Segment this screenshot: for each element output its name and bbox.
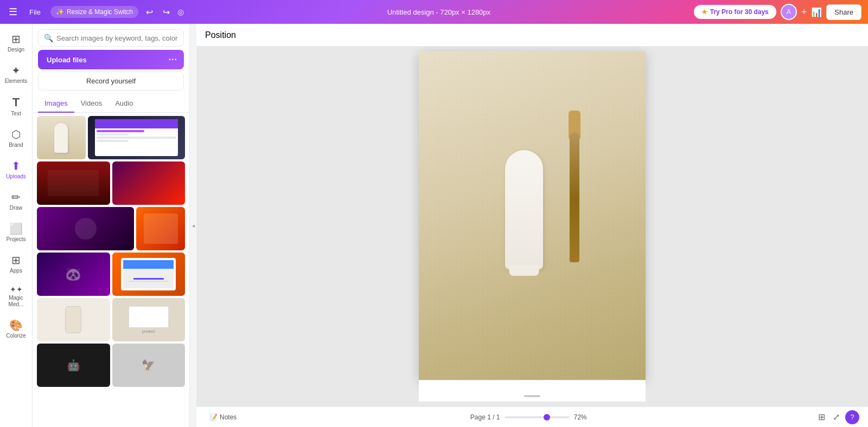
uploads-search-area: 🔍 — [33, 24, 189, 50]
screen-line — [97, 140, 129, 142]
magic-switch-icon: ✨ — [56, 8, 64, 16]
thumbnail-11[interactable]: 🤖 — [37, 344, 110, 387]
upload-files-button[interactable]: Upload files ··· — [38, 50, 184, 69]
zoom-level: 72% — [574, 413, 587, 421]
bottom-left: 📝 Notes — [205, 411, 241, 423]
sidebar-item-brand[interactable]: ⬡ Brand — [2, 124, 31, 153]
undo-button[interactable]: ↩ — [144, 5, 155, 20]
thumbnail-5[interactable] — [37, 207, 134, 250]
magic-switch-button[interactable]: ✨ Resize & Magic Switch — [50, 6, 138, 18]
design-title: Untitled design - 720px × 1280px — [387, 8, 490, 16]
sidebar-label-apps: Apps — [10, 268, 22, 274]
canvas-toolbar: Position — [196, 24, 868, 47]
search-box[interactable]: 🔍 — [38, 29, 184, 47]
brush-handle — [570, 132, 579, 262]
notes-label: Notes — [220, 413, 237, 421]
save-icon[interactable]: ◎ — [177, 8, 184, 16]
user-avatar[interactable]: A — [781, 4, 797, 20]
screen-line — [97, 133, 129, 135]
thumbnail-6[interactable] — [136, 207, 185, 250]
search-icon: 🔍 — [44, 34, 53, 42]
fullscreen-icon[interactable]: ⤢ — [831, 410, 842, 424]
topbar-center: Untitled design - 720px × 1280px — [189, 8, 688, 16]
grid-row-3 — [37, 207, 185, 250]
thumbnail-8[interactable] — [112, 253, 186, 296]
thumbnail-9[interactable] — [37, 298, 110, 341]
canvas-bottom-stub — [419, 380, 646, 402]
thumbnail-10[interactable]: product — [112, 298, 186, 341]
draw-icon: ✏ — [11, 191, 21, 204]
page-slider[interactable] — [505, 416, 570, 418]
notes-icon: 📝 — [209, 413, 218, 421]
grid-row-6: 🤖 🦅 — [37, 344, 185, 387]
cursor-position — [701, 117, 705, 121]
tab-audio[interactable]: Audio — [108, 95, 139, 113]
thumbnail-12[interactable]: 🦅 — [112, 344, 186, 387]
sidebar-item-elements[interactable]: ✦ Elements — [2, 60, 31, 89]
share-button[interactable]: Share — [826, 4, 861, 20]
magic-switch-label: Resize & Magic Switch — [67, 8, 133, 16]
analytics-icon[interactable]: 📊 — [811, 7, 822, 17]
product-tube — [505, 150, 543, 269]
thumbnail-3[interactable] — [37, 161, 110, 205]
thumbnail-7[interactable]: 🐼 — [37, 253, 110, 296]
topbar: ☰ File ✨ Resize & Magic Switch ↩ ↪ ◎ Unt… — [0, 0, 868, 24]
media-tabs: Images Videos Audio — [33, 95, 189, 113]
bottom-bar: 📝 Notes Page 1 / 1 72% ⊞ ⤢ ? — [196, 406, 868, 427]
grid-row-2 — [37, 161, 185, 205]
help-button[interactable]: ? — [845, 410, 859, 424]
sidebar-label-colorize: Colorize — [6, 333, 26, 339]
canvas-workspace[interactable] — [196, 47, 868, 406]
panel-collapse-handle[interactable]: ◂ — [190, 24, 196, 427]
file-menu[interactable]: File — [25, 6, 45, 18]
sidebar-item-draw[interactable]: ✏ Draw — [2, 186, 31, 216]
text-icon: T — [12, 95, 20, 109]
canvas-area: Position — [196, 24, 868, 427]
bottom-center: Page 1 / 1 72% — [247, 413, 809, 421]
grid-view-icon[interactable]: ⊞ — [816, 410, 827, 424]
main-layout: ⊞ Design ✦ Elements T Text ⬡ Brand ⬆ Upl… — [0, 24, 868, 427]
collapse-arrow-icon: ◂ — [192, 223, 195, 229]
screen-preview — [95, 119, 177, 156]
apps-icon: ⊞ — [11, 254, 21, 267]
redo-button[interactable]: ↪ — [161, 5, 172, 20]
sidebar-item-colorize[interactable]: 🎨 Colorize — [2, 314, 31, 344]
tab-videos[interactable]: Videos — [74, 95, 109, 113]
thumbnail-4[interactable] — [112, 161, 186, 205]
screen-header — [95, 119, 177, 128]
magic-media-icon: ✦✦ — [10, 285, 23, 294]
notes-button[interactable]: 📝 Notes — [205, 411, 241, 423]
sidebar-label-draw: Draw — [10, 205, 22, 211]
sidebar-item-apps[interactable]: ⊞ Apps — [2, 249, 31, 279]
grid-row-5: product — [37, 298, 185, 341]
try-pro-button[interactable]: ★ Try Pro for 30 days — [694, 5, 776, 19]
sidebar-label-design: Design — [8, 47, 24, 53]
page-slider-thumb[interactable] — [544, 414, 550, 420]
screen-body — [95, 128, 177, 156]
thumbnail-2[interactable] — [88, 116, 185, 159]
topbar-left: ☰ File ✨ Resize & Magic Switch ↩ ↪ ◎ — [7, 4, 184, 20]
sidebar-label-text: Text — [11, 111, 21, 117]
record-yourself-button[interactable]: Record yourself — [38, 72, 184, 90]
grid-row-4: 🐼 — [37, 253, 185, 296]
sidebar-icons: ⊞ Design ✦ Elements T Text ⬡ Brand ⬆ Upl… — [0, 24, 33, 427]
design-icon: ⊞ — [11, 33, 21, 46]
sidebar-label-projects: Projects — [6, 236, 25, 243]
sidebar-item-design[interactable]: ⊞ Design — [2, 28, 31, 57]
add-collaborator-button[interactable]: + — [801, 7, 807, 18]
tab-images[interactable]: Images — [38, 95, 74, 113]
canvas-background — [419, 51, 646, 380]
sidebar-item-projects[interactable]: ⬜ Projects — [2, 218, 31, 247]
menu-icon[interactable]: ☰ — [7, 4, 20, 20]
thumbnail-1[interactable] — [37, 116, 86, 159]
tube-cap — [509, 265, 539, 276]
sidebar-label-magic-media: Magic Med... — [4, 295, 29, 308]
search-input[interactable] — [56, 34, 178, 42]
sidebar-item-uploads[interactable]: ⬆ Uploads — [2, 155, 31, 184]
screen-line — [97, 137, 176, 139]
sidebar-item-magic-media[interactable]: ✦✦ Magic Med... — [2, 281, 31, 312]
design-canvas[interactable] — [419, 51, 646, 380]
projects-icon: ⬜ — [9, 222, 23, 235]
uploads-panel: 🔍 Upload files ··· Record yourself Image… — [33, 24, 190, 427]
sidebar-item-text[interactable]: T Text — [2, 91, 31, 121]
